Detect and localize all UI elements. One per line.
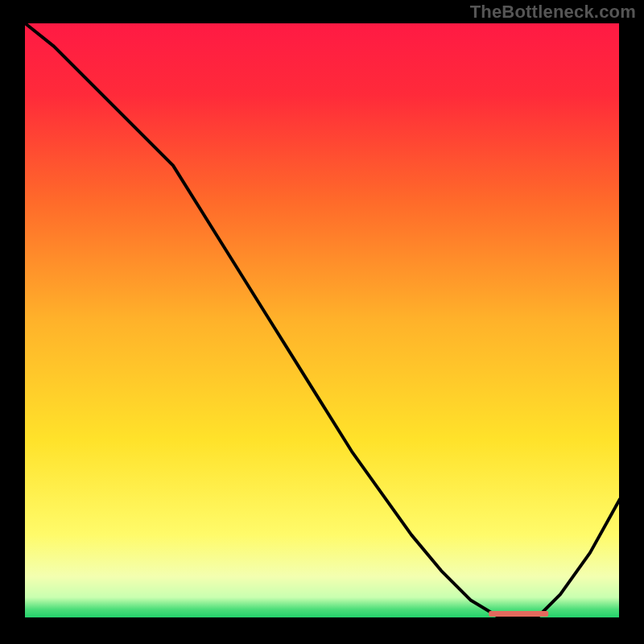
chart-svg [0,0,644,644]
baseline-marker [489,611,548,617]
chart-container: TheBottleneck.com [0,0,644,644]
plot-background [24,23,620,618]
watermark-text: TheBottleneck.com [470,2,636,23]
